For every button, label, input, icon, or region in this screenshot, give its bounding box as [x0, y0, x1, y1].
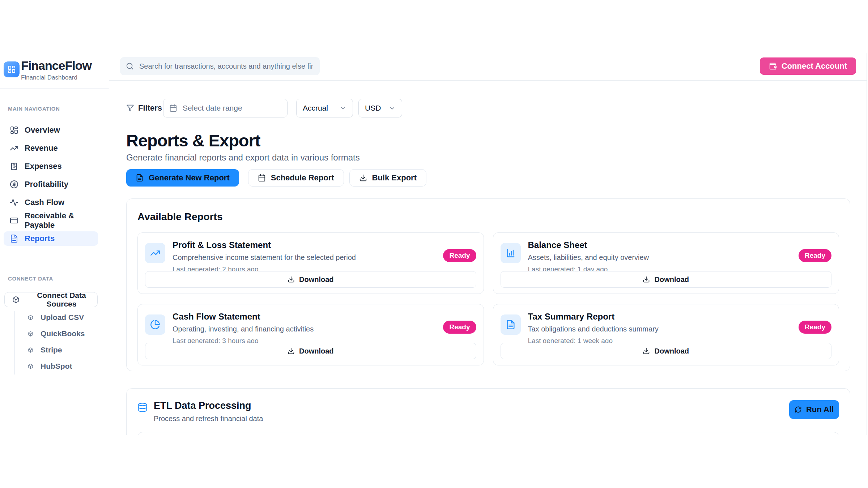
generate-new-report-label: Generate New Report	[149, 173, 230, 183]
trending-up-icon	[145, 243, 165, 263]
trending-up-icon	[10, 144, 18, 153]
report-title: Profit & Loss Statement	[173, 240, 356, 250]
sidebar-item-label: Profitability	[25, 180, 68, 189]
sidebar-item-label: Receivable & Payable	[25, 211, 98, 230]
report-card-profit-loss: Profit & Loss Statement Comprehensive in…	[137, 232, 484, 294]
refresh-icon	[795, 406, 802, 413]
source-item-stripe[interactable]: Stripe	[0, 343, 109, 357]
sidebar-item-receivable-payable[interactable]: Receivable & Payable	[4, 213, 98, 228]
report-actions: Generate New Report Schedule Report Bulk…	[126, 169, 850, 187]
filter-funnel-icon	[126, 104, 134, 112]
accounting-basis-value: Accrual	[303, 104, 328, 112]
file-text-icon	[501, 314, 521, 335]
source-item-label: Stripe	[41, 346, 62, 354]
app-logo-icon	[4, 61, 20, 77]
download-button[interactable]: Download	[145, 343, 476, 359]
download-button[interactable]: Download	[145, 271, 476, 288]
sidebar-item-label: Revenue	[25, 144, 58, 153]
sidebar-item-label: Cash Flow	[25, 198, 64, 207]
currency-select[interactable]: USD	[358, 99, 402, 117]
source-item-quickbooks[interactable]: QuickBooks	[0, 326, 109, 341]
sidebar-item-profitability[interactable]: Profitability	[4, 177, 98, 192]
sidebar-item-overview[interactable]: Overview	[4, 123, 98, 137]
download-icon	[288, 276, 295, 283]
page-title: Reports & Export	[126, 132, 850, 149]
schedule-report-button[interactable]: Schedule Report	[248, 169, 344, 187]
sidebar-item-reports[interactable]: Reports	[4, 231, 98, 246]
report-cards-grid: Profit & Loss Statement Comprehensive in…	[137, 232, 839, 365]
etl-panel: ETL Data Processing Process and refresh …	[126, 388, 850, 435]
schedule-report-label: Schedule Report	[271, 173, 334, 183]
etl-jobs-card	[137, 432, 839, 435]
status-badge: Ready	[799, 321, 831, 334]
report-card-balance-sheet: Balance Sheet Assets, liabilities, and e…	[493, 232, 839, 294]
calendar-icon	[169, 104, 177, 112]
topbar: Connect Account	[109, 53, 867, 81]
pie-chart-icon	[145, 314, 165, 335]
logo-block: FinanceFlow Financial Dashboard	[0, 53, 109, 89]
report-card-cash-flow: Cash Flow Statement Operating, investing…	[137, 304, 484, 365]
activity-icon	[10, 198, 18, 207]
source-item-hubspot[interactable]: HubSpot	[0, 359, 109, 373]
connect-data-sources-label: Connect Data Sources	[26, 291, 97, 308]
sidebar-item-label: Expenses	[25, 162, 62, 171]
credit-card-icon	[10, 216, 18, 225]
main-area: Connect Account Filters Accrual USD	[109, 53, 867, 435]
report-description: Operating, investing, and financing acti…	[173, 325, 314, 333]
generate-new-report-button[interactable]: Generate New Report	[126, 169, 239, 187]
filters-toggle[interactable]: Filters	[126, 103, 163, 113]
file-text-icon	[136, 174, 144, 182]
available-reports-title: Available Reports	[137, 211, 839, 223]
run-all-button[interactable]: Run All	[789, 400, 839, 419]
etl-title: ETL Data Processing	[154, 400, 263, 411]
calendar-icon	[258, 174, 266, 182]
box-icon	[12, 296, 20, 303]
bulk-export-button[interactable]: Bulk Export	[349, 169, 426, 187]
filters-row: Filters Accrual USD	[126, 99, 850, 117]
content: Filters Accrual USD Reports & Export Gen…	[109, 81, 867, 435]
database-icon	[137, 402, 148, 413]
download-label: Download	[299, 347, 334, 355]
receipt-dollar-icon	[10, 162, 18, 171]
bulk-export-label: Bulk Export	[372, 173, 417, 183]
search-input[interactable]	[139, 62, 314, 71]
etl-subtitle: Process and refresh financial data	[154, 415, 263, 423]
currency-value: USD	[365, 104, 381, 112]
report-description: Assets, liabilities, and equity overview	[528, 253, 649, 262]
sidebar: FinanceFlow Financial Dashboard MAIN NAV…	[0, 53, 109, 435]
accounting-basis-select[interactable]: Accrual	[296, 99, 353, 117]
dashboard-grid-icon	[10, 126, 18, 134]
connect-account-button[interactable]: Connect Account	[760, 57, 856, 75]
tree-line	[14, 311, 15, 374]
page-subtitle: Generate financial reports and export da…	[126, 153, 850, 163]
report-card-tax-summary: Tax Summary Report Tax obligations and d…	[493, 304, 839, 365]
run-all-label: Run All	[806, 405, 834, 414]
connect-data-sources-button[interactable]: Connect Data Sources	[4, 292, 98, 307]
sidebar-item-label: Overview	[25, 125, 60, 135]
chevron-down-icon	[389, 105, 396, 112]
bar-chart-icon	[501, 243, 521, 263]
wallet-icon	[769, 62, 777, 70]
data-sources-list: Upload CSV QuickBooks Stripe HubSpot	[0, 310, 109, 373]
date-range-input[interactable]	[182, 103, 281, 113]
source-item-label: Upload CSV	[41, 313, 84, 322]
sidebar-item-expenses[interactable]: Expenses	[4, 159, 98, 174]
source-item-upload-csv[interactable]: Upload CSV	[0, 310, 109, 325]
report-title: Balance Sheet	[528, 240, 649, 250]
main-navigation-label: MAIN NAVIGATION	[8, 106, 60, 112]
connect-data-label: CONNECT DATA	[8, 275, 53, 282]
download-label: Download	[654, 275, 689, 284]
date-range-input-wrapper	[163, 99, 288, 117]
sidebar-item-cash-flow[interactable]: Cash Flow	[4, 195, 98, 210]
sidebar-item-revenue[interactable]: Revenue	[4, 141, 98, 155]
download-icon	[643, 347, 650, 355]
status-badge: Ready	[443, 249, 476, 262]
chevron-down-icon	[340, 105, 346, 112]
download-button[interactable]: Download	[501, 343, 832, 359]
download-icon	[359, 174, 367, 182]
connect-account-label: Connect Account	[782, 61, 847, 71]
download-button[interactable]: Download	[501, 271, 832, 288]
app-window: FinanceFlow Financial Dashboard MAIN NAV…	[0, 53, 867, 435]
download-label: Download	[654, 347, 689, 355]
report-title: Cash Flow Statement	[173, 312, 314, 322]
